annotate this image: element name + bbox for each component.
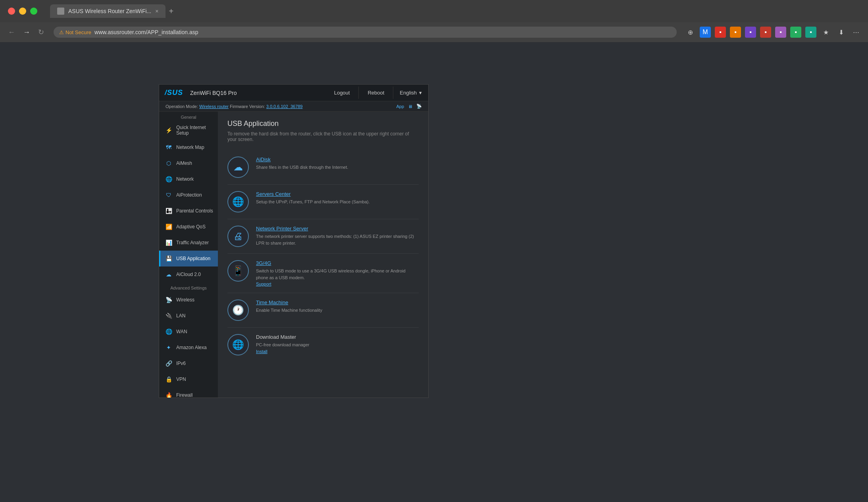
list-item: 🌐 Download Master PC-free download manag… — [227, 328, 419, 362]
download-master-install-link[interactable]: Install — [256, 349, 419, 354]
parental-controls-icon: 👨‍👧 — [164, 207, 173, 215]
sidebar-item-wireless[interactable]: 📡 Wireless — [159, 292, 218, 308]
tab-bar: ASUS Wireless Router ZenWiFi... × + — [50, 4, 860, 18]
status-right: App 🖥 📡 — [396, 104, 422, 109]
operation-mode-link[interactable]: Wireless router — [199, 104, 229, 109]
minimize-button[interactable] — [19, 8, 26, 15]
microsoft-icon[interactable]: M — [700, 27, 711, 38]
logout-button[interactable]: Logout — [325, 87, 359, 99]
sidebar-item-aimesh[interactable]: ⬡ AiMesh — [159, 155, 218, 171]
sidebar-item-label: Quick Internet Setup — [176, 125, 214, 136]
ext-icon-2[interactable]: ▪ — [730, 27, 741, 38]
ext-icon-6[interactable]: ▪ — [790, 27, 801, 38]
servers-center-icon: 🌐 — [227, 191, 249, 212]
sidebar-item-label: Parental Controls — [176, 208, 213, 214]
sidebar-item-adaptive-qos[interactable]: 📶 Adaptive QoS — [159, 219, 218, 235]
browser-titlebar: ASUS Wireless Router ZenWiFi... × + — [0, 0, 868, 22]
network-map-icon: 🗺 — [164, 143, 173, 152]
chevron-down-icon: ▾ — [419, 90, 422, 96]
language-label: English — [400, 90, 417, 96]
time-machine-link[interactable]: Time Machine — [256, 299, 419, 305]
sidebar-item-quick-internet-setup[interactable]: ⚡ Quick Internet Setup — [159, 121, 218, 139]
sidebar-item-label: Firewall — [176, 392, 192, 398]
ipv6-icon: 🔗 — [164, 359, 173, 368]
router-status-bar: Operation Mode: Wireless router Firmware… — [159, 101, 428, 112]
language-selector[interactable]: English ▾ — [393, 87, 428, 99]
3g4g-link[interactable]: 3G/4G — [256, 260, 419, 266]
aidisk-link[interactable]: AiDisk — [256, 156, 419, 162]
extensions-icon[interactable]: ⊕ — [685, 27, 696, 38]
download-master-title: Download Master — [256, 334, 419, 340]
sidebar-item-label: Adaptive QoS — [176, 224, 206, 230]
sidebar-item-label: AiCloud 2.0 — [176, 272, 201, 277]
new-tab-button[interactable]: + — [169, 7, 173, 16]
status-info: Operation Mode: Wireless router Firmware… — [166, 104, 303, 109]
printer-server-link[interactable]: Network Printer Server — [256, 226, 419, 232]
router-header: /SUS ZenWiFi BQ16 Pro Logout Reboot Engl… — [159, 85, 428, 101]
time-machine-info: Time Machine Enable Time Machine functio… — [256, 299, 419, 314]
back-button[interactable]: ← — [6, 27, 17, 38]
address-bar[interactable]: ⚠ Not Secure www.asusrouter.com/APP_inst… — [54, 27, 677, 38]
list-item: ☁ AiDisk Share files in the USB disk thr… — [227, 150, 419, 185]
printer-server-info: Network Printer Server The network print… — [256, 226, 419, 246]
servers-center-info: Servers Center Setup the UPnP, iTunes, F… — [256, 191, 419, 205]
download-master-info: Download Master PC-free download manager… — [256, 334, 419, 354]
forward-button[interactable]: → — [21, 27, 32, 38]
router-body: General ⚡ Quick Internet Setup 🗺 Network… — [159, 112, 428, 398]
ext-icon-7[interactable]: ▪ — [805, 27, 816, 38]
ext-icon-4[interactable]: ▪ — [760, 27, 771, 38]
sidebar-item-label: Traffic Analyzer — [176, 240, 209, 245]
aidisk-icon: ☁ — [227, 156, 249, 178]
tab-close-button[interactable]: × — [155, 8, 158, 14]
lan-icon: 🔌 — [164, 311, 173, 320]
close-button[interactable] — [8, 8, 15, 15]
sidebar-item-amazon-alexa[interactable]: ✦ Amazon Alexa — [159, 340, 218, 355]
sidebar-item-firewall[interactable]: 🔥 Firewall — [159, 387, 218, 398]
ext-icon-3[interactable]: ▪ — [745, 27, 756, 38]
network-icon: 🌐 — [164, 175, 173, 183]
servers-center-link[interactable]: Servers Center — [256, 191, 419, 197]
maximize-button[interactable] — [30, 8, 37, 15]
adaptive-qos-icon: 📶 — [164, 222, 173, 231]
sidebar-item-aiprotection[interactable]: 🛡 AiProtection — [159, 187, 218, 203]
header-buttons: Logout Reboot English ▾ — [325, 87, 428, 99]
ext-icon-5[interactable]: ▪ — [775, 27, 786, 38]
bookmark-icon[interactable]: ★ — [820, 27, 831, 38]
wan-icon: 🌐 — [164, 327, 173, 336]
download-icon[interactable]: ⬇ — [835, 27, 847, 38]
sidebar-item-parental-controls[interactable]: 👨‍👧 Parental Controls — [159, 203, 218, 219]
sidebar-item-ipv6[interactable]: 🔗 IPv6 — [159, 355, 218, 371]
asus-logo: /SUS — [159, 85, 189, 101]
traffic-analyzer-icon: 📊 — [164, 238, 173, 247]
3g4g-support-link[interactable]: Support — [256, 282, 419, 286]
advanced-section-label: Advanced Settings — [159, 282, 218, 292]
firmware-version-link[interactable]: 3.0.0.6.102_36789 — [266, 104, 303, 109]
sidebar-item-usb-application[interactable]: 💾 USB Application — [159, 251, 218, 266]
sidebar-item-lan[interactable]: 🔌 LAN — [159, 308, 218, 324]
more-icon[interactable]: ⋯ — [851, 27, 862, 38]
browser-chrome: ASUS Wireless Router ZenWiFi... × + ← → … — [0, 0, 868, 42]
sidebar-item-label: AiMesh — [176, 160, 192, 166]
printer-server-icon: 🖨 — [227, 226, 249, 247]
browser-tab[interactable]: ASUS Wireless Router ZenWiFi... × — [50, 4, 166, 18]
aicloud-icon: ☁ — [164, 270, 173, 279]
refresh-button[interactable]: ↻ — [37, 26, 46, 38]
reboot-button[interactable]: Reboot — [359, 87, 393, 99]
sidebar-item-vpn[interactable]: 🔒 VPN — [159, 371, 218, 387]
app-label: App — [396, 104, 404, 109]
sidebar-item-network-map[interactable]: 🗺 Network Map — [159, 139, 218, 155]
aimesh-icon: ⬡ — [164, 159, 173, 168]
ext-icon-1[interactable]: ▪ — [715, 27, 726, 38]
aiprotection-icon: 🛡 — [164, 191, 173, 199]
sidebar-item-aicloud[interactable]: ☁ AiCloud 2.0 — [159, 266, 218, 282]
toolbar-icons: ⊕ M ▪ ▪ ▪ ▪ ▪ ▪ ▪ ★ ⬇ ⋯ — [685, 27, 862, 38]
sidebar-item-traffic-analyzer[interactable]: 📊 Traffic Analyzer — [159, 235, 218, 251]
sidebar-item-wan[interactable]: 🌐 WAN — [159, 324, 218, 340]
sidebar-item-network[interactable]: 🌐 Network — [159, 171, 218, 187]
tab-title: ASUS Wireless Router ZenWiFi... — [68, 8, 151, 14]
download-master-icon: 🌐 — [227, 334, 249, 355]
router-container: /SUS ZenWiFi BQ16 Pro Logout Reboot Engl… — [159, 84, 429, 398]
usb-application-icon: 💾 — [164, 254, 173, 263]
sidebar-item-label: VPN — [176, 376, 186, 382]
address-text: www.asusrouter.com/APP_installation.asp — [94, 29, 198, 35]
